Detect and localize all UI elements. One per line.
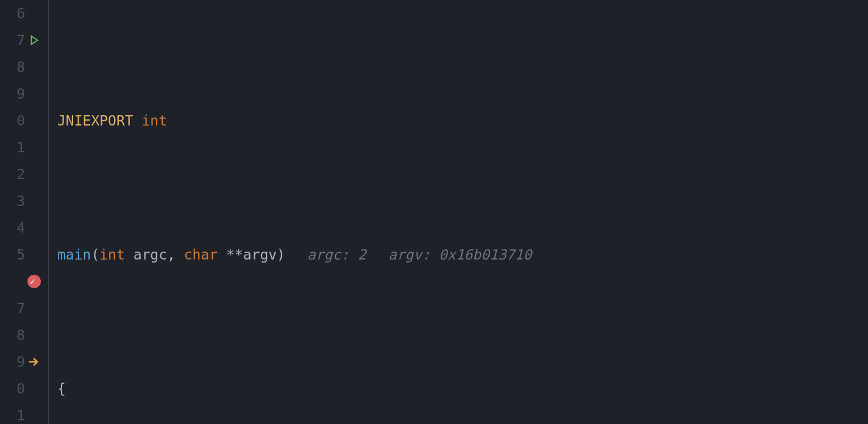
gutter-row[interactable]: 8 (0, 54, 48, 80)
code-area[interactable]: JNIEXPORT int main(int argc, char **argv… (49, 0, 868, 424)
execution-pointer-icon[interactable] (25, 356, 43, 368)
gutter-row[interactable]: 7 (0, 295, 48, 322)
code-editor: 6 7 8 9 0 1 2 3 (0, 0, 868, 424)
token-punct: , (167, 247, 184, 263)
line-number: 9 (5, 348, 25, 375)
line-number: 1 (5, 134, 25, 161)
line-number: 1 (5, 402, 25, 424)
token-macro: JNIEXPORT (57, 113, 133, 129)
token-type: int (141, 113, 167, 129)
token-ident: argv (243, 247, 277, 263)
inline-hint[interactable]: argc: 2 (307, 247, 366, 263)
gutter-row[interactable]: 0 (0, 375, 48, 402)
code-line[interactable]: main(int argc, char **argv)argc: 2argv: … (57, 241, 868, 268)
line-number: 7 (5, 27, 25, 54)
token-type: int (99, 247, 125, 263)
token-type: char (184, 247, 218, 263)
line-number: 9 (5, 80, 25, 107)
line-number: 0 (5, 107, 25, 134)
gutter-row[interactable]: 1 (0, 402, 48, 424)
breakpoint-icon[interactable] (25, 275, 43, 288)
line-number: 6 (5, 0, 25, 27)
gutter: 6 7 8 9 0 1 2 3 (0, 0, 49, 424)
line-number: 8 (5, 322, 25, 348)
line-number: 7 (5, 295, 25, 322)
gutter-row[interactable]: 4 (0, 214, 48, 241)
line-number: 8 (5, 54, 25, 80)
gutter-row[interactable]: 5 (0, 241, 48, 268)
code-line[interactable]: JNIEXPORT int (57, 107, 868, 134)
gutter-row[interactable]: 6 (0, 268, 48, 295)
gutter-row[interactable]: 9 (0, 80, 48, 107)
gutter-row[interactable]: 7 (0, 27, 48, 54)
code-line[interactable]: { (57, 375, 868, 402)
token-punct: { (57, 381, 66, 397)
gutter-row[interactable]: 9 (0, 348, 48, 375)
run-icon[interactable] (25, 35, 43, 46)
line-number: 2 (5, 161, 25, 188)
token-function: main (57, 247, 91, 263)
token-ident: argc (133, 247, 167, 263)
gutter-row[interactable]: 8 (0, 322, 48, 348)
token-punct: ) (277, 247, 285, 263)
gutter-row[interactable]: 6 (0, 0, 48, 27)
token-punct: ** (226, 247, 243, 263)
gutter-row[interactable]: 2 (0, 161, 48, 188)
line-number: 0 (5, 375, 25, 402)
line-number: 4 (5, 214, 25, 241)
token-punct: ( (91, 247, 99, 263)
gutter-row[interactable]: 0 (0, 107, 48, 134)
line-number: 3 (5, 188, 25, 214)
gutter-row[interactable]: 3 (0, 188, 48, 214)
inline-hint[interactable]: argv: 0x16b013710 (388, 247, 532, 263)
line-number: 5 (5, 241, 25, 268)
gutter-row[interactable]: 1 (0, 134, 48, 161)
